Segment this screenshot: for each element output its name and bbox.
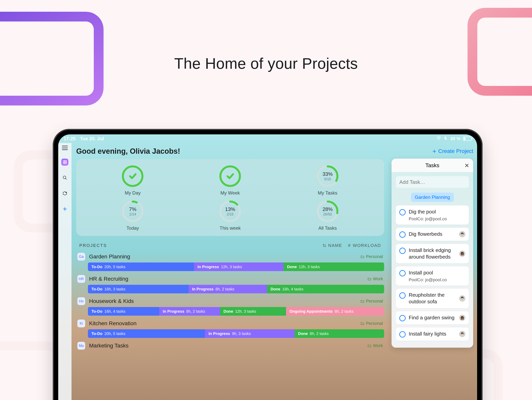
stat-label: Today (127, 225, 139, 231)
greeting: Good evening, Olivia Jacobs! (76, 147, 180, 156)
project-name: Kitchen Renovation (89, 320, 357, 326)
project-row[interactable]: Ma Marketing Tasks Work (76, 341, 384, 351)
task-item[interactable]: Dig the pool PoolCo: jo@pool.co (396, 206, 469, 225)
stat-tile[interactable]: 13%2/15 This week (182, 200, 279, 231)
project-folder[interactable]: Work (367, 276, 383, 281)
project-badge: Ga (77, 253, 85, 261)
search-icon[interactable] (61, 174, 68, 181)
workload-segment: To-Do20h, 5 tasks (88, 262, 194, 271)
task-checkbox[interactable] (399, 248, 405, 254)
task-item[interactable]: Find a garden swing 👩🏾 (396, 311, 469, 325)
task-title: Find a garden swing (409, 314, 456, 321)
nav-home-icon[interactable] (61, 159, 68, 166)
task-subtitle: PoolCo: jo@pool.co (409, 216, 465, 221)
task-title: Install pool (409, 269, 465, 276)
stat-tile[interactable]: My Day (84, 165, 182, 196)
workload-segment: To-Do16h, 3 tasks (88, 285, 189, 293)
close-icon[interactable]: ✕ (464, 162, 469, 169)
project-folder[interactable]: Personal (361, 254, 383, 259)
project-item: Ho Housework & Kids Personal To-Do16h, 4… (76, 296, 384, 316)
project-chip[interactable]: Garden Planning (411, 193, 454, 202)
stat-label: My Week (220, 190, 240, 196)
project-name: HR & Recruiting (89, 276, 364, 282)
progress-ring (121, 165, 144, 188)
project-row[interactable]: Ho Housework & Kids Personal (76, 296, 384, 307)
project-row[interactable]: HR HR & Recruiting Work (76, 274, 384, 285)
project-name: Garden Planning (89, 254, 357, 260)
marketing-title: The Home of your Projects (0, 55, 532, 72)
task-checkbox[interactable] (399, 231, 405, 238)
workload-bar: To-Do16h, 3 tasksIn Progress8h, 2 tasksD… (88, 285, 384, 293)
workload-segment: Done16h, 4 tasks (267, 285, 384, 293)
stat-label: All Tasks (318, 225, 337, 231)
task-item[interactable]: Install brick edging around flowerbeds 👩… (396, 244, 469, 263)
stat-tile[interactable]: 33%5/15 My Tasks (279, 165, 376, 196)
avatar: 👨🏻 (459, 231, 465, 237)
project-folder[interactable]: Work (367, 343, 383, 348)
task-checkbox[interactable] (399, 331, 405, 338)
task-checkbox[interactable] (399, 292, 405, 299)
project-item: HR HR & Recruiting Work To-Do16h, 3 task… (76, 274, 384, 293)
task-title: Install fairy lights (409, 331, 456, 337)
project-item: Ga Garden Planning Personal To-Do20h, 5 … (76, 251, 384, 271)
project-folder[interactable]: Personal (361, 321, 383, 326)
svg-point-5 (63, 176, 66, 179)
task-checkbox[interactable] (399, 209, 405, 215)
stat-label: My Day (125, 190, 141, 196)
menu-icon[interactable] (62, 146, 68, 150)
status-time: 17:25 (64, 136, 76, 141)
tasks-panel-header: Tasks ✕ (392, 159, 473, 172)
task-item[interactable]: Install fairy lights 👨🏻 (396, 328, 469, 341)
task-item[interactable]: Install pool PoolCo: jo@pool.co (396, 266, 469, 286)
workload-segment: Done8h, 2 tasks (295, 329, 384, 338)
progress-ring (219, 165, 241, 188)
svg-rect-3 (63, 162, 65, 164)
workload-bar: To-Do20h, 5 tasksIn Progress9h, 3 tasksD… (88, 329, 384, 338)
svg-rect-1 (63, 160, 65, 162)
workload-segment: In Progress9h, 3 tasks (205, 329, 294, 338)
task-item[interactable]: Reupholster the outdoor sofa 👨🏻 (396, 289, 469, 308)
workload-segment: Ongoing Appointments8h, 2 tasks (286, 307, 384, 316)
inbox-icon[interactable] (61, 190, 68, 197)
folder-icon (361, 321, 364, 325)
progress-ring: 33%5/15 (316, 165, 339, 188)
workload-segment: In Progress8h, 2 tasks (189, 285, 267, 293)
tablet-frame: 17:25 Tue 20. Jul 20 % (53, 129, 482, 400)
svg-rect-2 (65, 160, 67, 162)
stat-tile[interactable]: My Week (182, 165, 279, 196)
project-row[interactable]: Ki Kitchen Renovation Personal (76, 318, 384, 329)
task-checkbox[interactable] (399, 315, 405, 321)
project-row[interactable]: Ga Garden Planning Personal (76, 251, 384, 262)
workload-segment: Done12h, 3 tasks (284, 262, 384, 271)
task-title: Install brick edging around flowerbeds (409, 247, 456, 260)
task-title: Dig flowerbeds (409, 231, 456, 238)
stat-label: This week (220, 225, 241, 231)
folder-icon (367, 277, 371, 281)
sort-name[interactable]: NAME (322, 243, 342, 248)
stat-tile[interactable]: 7%1/14 Today (84, 200, 182, 231)
sort-icon (322, 244, 326, 247)
progress-ring: 7%1/14 (121, 200, 144, 223)
avatar: 👨🏻 (459, 331, 465, 337)
add-icon[interactable] (61, 206, 68, 212)
avatar: 👩🏾 (459, 315, 465, 321)
projects-title: PROJECTS (79, 243, 107, 248)
task-subtitle: PoolCo: jo@pool.co (409, 277, 465, 282)
svg-point-0 (438, 139, 439, 140)
task-checkbox[interactable] (399, 270, 405, 276)
create-project-button[interactable]: + Create Project (432, 148, 473, 155)
stat-tile[interactable]: 28%26/92 All Tasks (279, 200, 376, 231)
project-folder[interactable]: Personal (361, 299, 383, 304)
stats-card: My Day My Week 33%5/15 My Tasks 7%1/14 (76, 159, 384, 236)
svg-point-6 (66, 192, 66, 193)
task-title: Reupholster the outdoor sofa (409, 292, 456, 305)
sort-workload[interactable]: # WORKLOAD (348, 243, 381, 248)
project-badge: Ho (77, 297, 85, 305)
task-item[interactable]: Dig flowerbeds 👨🏻 (396, 228, 469, 241)
tasks-panel-title: Tasks (425, 162, 439, 169)
projects-section: PROJECTS NAME # WORKLOAD (76, 243, 384, 351)
workload-segment: In Progress12h, 3 tasks (194, 262, 284, 271)
workload-bar: To-Do16h, 4 tasksIn Progress8h, 2 tasksD… (88, 307, 384, 316)
folder-icon (361, 299, 364, 303)
add-task-input[interactable] (396, 176, 469, 188)
